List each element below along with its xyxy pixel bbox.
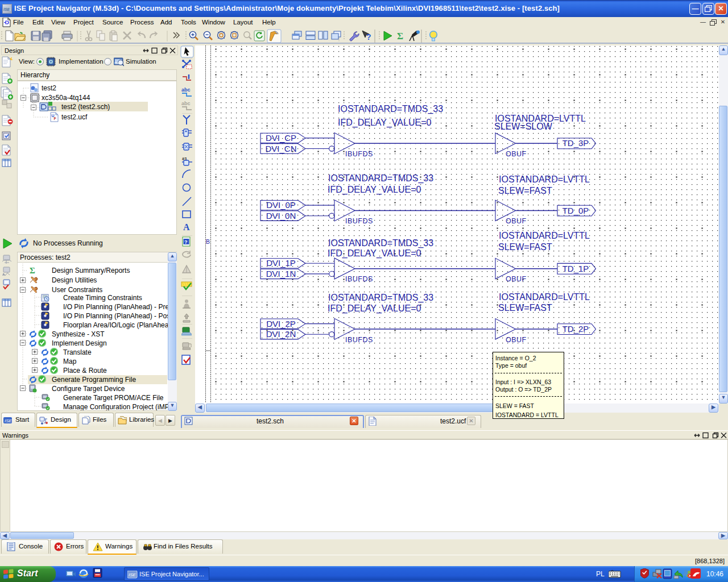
svg-text:User Constraints: User Constraints	[52, 286, 102, 294]
svg-text:I/O Pin Planning (PlanAhead) -: I/O Pin Planning (PlanAhead) - Post...	[63, 312, 176, 320]
svg-text:Design Summary/Reports: Design Summary/Reports	[52, 267, 130, 275]
svg-text:OBUF: OBUF	[506, 217, 527, 225]
svg-text:TD_3P: TD_3P	[562, 138, 589, 148]
svg-text:IFD_DELAY_VALUE=0: IFD_DELAY_VALUE=0	[328, 304, 421, 314]
svg-text:DVI_1P: DVI_1P	[266, 258, 296, 268]
svg-text:DVI_CN: DVI_CN	[265, 144, 296, 153]
svg-text:SLEW=SLOW: SLEW=SLOW	[494, 122, 553, 131]
svg-text:B: B	[206, 238, 210, 245]
svg-text:DVI_2N: DVI_2N	[266, 329, 296, 339]
svg-text:Translate: Translate	[63, 348, 92, 356]
svg-text:ISE: ISE	[129, 572, 136, 577]
svg-text:ISE: ISE	[3, 7, 10, 11]
svg-text:abc: abc	[181, 87, 191, 93]
svg-text:A: A	[183, 222, 190, 232]
svg-text:I/O Pin Planning (PlanAhead) -: I/O Pin Planning (PlanAhead) - Pre-...	[63, 303, 176, 311]
svg-text:SLEW=FAST: SLEW=FAST	[498, 303, 552, 313]
svg-text:Σ: Σ	[397, 31, 403, 41]
svg-text:DVI_1N: DVI_1N	[266, 269, 296, 278]
svg-text:DVI_2P: DVI_2P	[266, 319, 296, 329]
svg-text:DVI_0P: DVI_0P	[266, 200, 296, 210]
svg-text:IOSTANDARD=TMDS_33: IOSTANDARD=TMDS_33	[328, 293, 433, 303]
svg-text:ISim: ISim	[114, 61, 121, 65]
svg-text:TD_1P: TD_1P	[562, 264, 589, 273]
svg-text:abc: abc	[181, 101, 191, 106]
svg-text:Generate Target PROM/ACE File: Generate Target PROM/ACE File	[63, 394, 164, 402]
svg-text:IOSTANDARD=TMDS_33: IOSTANDARD=TMDS_33	[338, 104, 443, 114]
svg-text:Design Utilities: Design Utilities	[52, 276, 97, 284]
svg-text:test2.ucf: test2.ucf	[61, 113, 88, 121]
svg-text:TD_0P: TD_0P	[562, 206, 589, 215]
svg-text:Manage Configuration Project (: Manage Configuration Project (iMP...	[63, 403, 174, 411]
svg-text:OBUF: OBUF	[506, 275, 527, 283]
svg-text:Map: Map	[63, 357, 77, 365]
svg-text:IBUFDS: IBUFDS	[345, 275, 373, 283]
svg-text:IFD_DELAY_VALUE=0: IFD_DELAY_VALUE=0	[328, 248, 421, 259]
svg-text:OBUF: OBUF	[506, 150, 527, 158]
svg-text:IOSTANDARD=LVTTL: IOSTANDARD=LVTTL	[499, 292, 590, 302]
svg-text:IBUFDS: IBUFDS	[345, 217, 373, 225]
svg-text:Implement Design: Implement Design	[52, 339, 107, 347]
svg-text:Create Timing Constraints: Create Timing Constraints	[63, 294, 142, 302]
svg-text:Generate Programming File: Generate Programming File	[52, 376, 136, 384]
svg-text:ISE: ISE	[5, 418, 13, 423]
svg-text:SLEW=FAST: SLEW=FAST	[498, 242, 552, 252]
svg-text:OBUF: OBUF	[506, 336, 527, 344]
svg-text:IOSTANDARD=TMDS_33: IOSTANDARD=TMDS_33	[328, 238, 433, 248]
svg-text:DVI_CP: DVI_CP	[266, 133, 296, 143]
svg-text:IOSTANDARD=LVTTL: IOSTANDARD=LVTTL	[499, 174, 590, 184]
svg-text:F: F	[54, 117, 57, 120]
svg-text:SLEW=FAST: SLEW=FAST	[498, 186, 552, 196]
svg-text:IFD_DELAY_VALUE=0: IFD_DELAY_VALUE=0	[338, 118, 431, 128]
svg-text:Synthesize - XST: Synthesize - XST	[52, 330, 105, 338]
svg-text:TD_2P: TD_2P	[562, 324, 589, 334]
svg-text:DVI_0N: DVI_0N	[266, 211, 296, 221]
svg-text:IFD_DELAY_VALUE=0: IFD_DELAY_VALUE=0	[328, 185, 421, 195]
svg-text:?: ?	[366, 32, 371, 41]
svg-text:xc3s50a-4tq144: xc3s50a-4tq144	[42, 94, 90, 102]
svg-text:test2 (test2.sch): test2 (test2.sch)	[61, 103, 110, 111]
svg-text:IBUFDS: IBUFDS	[345, 336, 373, 344]
svg-text:Floorplan Area/IO/Logic (PlanA: Floorplan Area/IO/Logic (PlanAhead)	[63, 321, 175, 329]
svg-text:Σ: Σ	[30, 266, 35, 275]
svg-text:IOSTANDARD=LVTTL: IOSTANDARD=LVTTL	[499, 231, 590, 240]
svg-text:IOSTANDARD=TMDS_33: IOSTANDARD=TMDS_33	[328, 173, 433, 184]
svg-text:IBUFDS: IBUFDS	[345, 150, 373, 158]
svg-text:?: ?	[184, 239, 188, 245]
svg-text:Configure Target Device: Configure Target Device	[52, 385, 125, 393]
svg-text:Place & Route: Place & Route	[63, 367, 107, 375]
svg-text:test2: test2	[42, 84, 56, 92]
